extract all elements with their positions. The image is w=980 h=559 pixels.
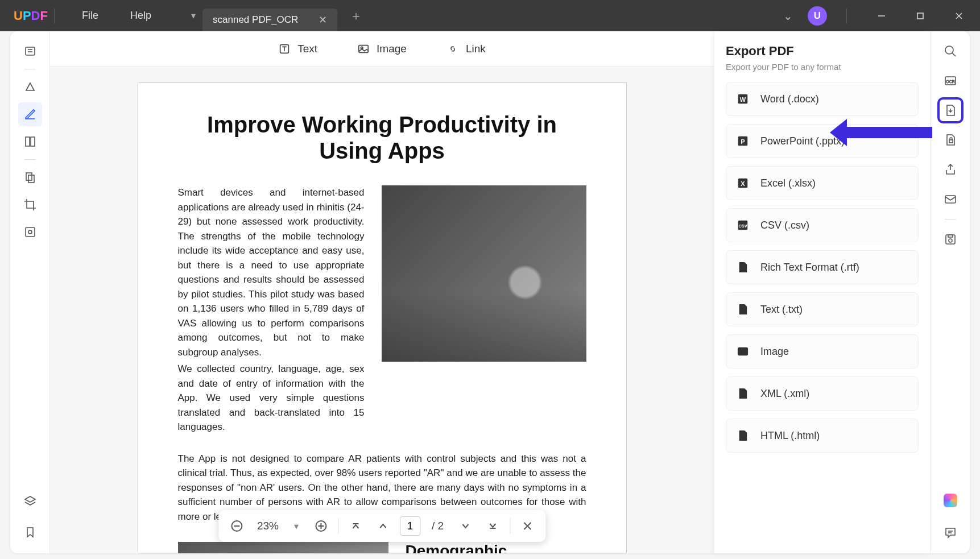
image-tool-label: Image <box>377 43 407 55</box>
last-page-button[interactable] <box>482 516 503 536</box>
text-tool-label: Text <box>297 43 317 55</box>
chevron-down-icon[interactable]: ⌄ <box>776 4 800 28</box>
separator <box>510 518 510 534</box>
export-html[interactable]: HHTML (.html) <box>726 419 919 453</box>
reader-mode-icon[interactable] <box>18 39 42 63</box>
tab-dropdown[interactable]: ▾ <box>184 6 202 26</box>
svg-rect-4 <box>26 47 35 55</box>
csv-icon: CSV <box>735 218 750 233</box>
tools-icon[interactable] <box>18 220 42 244</box>
export-title: Export PDF <box>726 44 919 59</box>
export-csv-label: CSV (.csv) <box>760 220 809 231</box>
export-image[interactable]: Image <box>726 334 919 368</box>
zoom-in-button[interactable] <box>311 516 331 536</box>
edit-text-icon[interactable] <box>18 102 42 126</box>
svg-rect-43 <box>945 196 956 203</box>
menu-file[interactable]: File <box>66 10 114 22</box>
doc-image-2 <box>178 542 388 553</box>
tab-active[interactable]: scanned PDF_OCR ✕ <box>202 9 337 31</box>
edit-toolbar: Text Image Link <box>50 31 714 67</box>
document-area: Text Image Link Improve Working Producti… <box>50 31 714 553</box>
export-powerpoint[interactable]: PPowerPoint (.pptx) <box>726 124 919 158</box>
zoom-value: 23% <box>254 520 282 532</box>
doc-heading-2: Demographic Characteristics <box>406 542 586 553</box>
comment-icon[interactable] <box>938 520 962 544</box>
export-rtf[interactable]: RTFRich Text Format (.rtf) <box>726 250 919 284</box>
doc-title: Improve Working Productivity in Using Ap… <box>178 111 586 164</box>
svg-point-13 <box>28 230 32 234</box>
prev-page-button[interactable] <box>373 516 393 536</box>
tabstrip: ▾ scanned PDF_OCR ✕ ＋ <box>184 0 362 31</box>
tab-add-button[interactable]: ＋ <box>350 7 362 24</box>
organize-pages-icon[interactable] <box>18 165 42 189</box>
layers-icon[interactable] <box>18 490 42 514</box>
separator <box>846 9 847 23</box>
export-rtf-label: Rich Text Format (.rtf) <box>760 262 859 274</box>
svg-rect-1 <box>917 13 923 19</box>
close-bar-button[interactable] <box>517 516 537 536</box>
export-html-label: HTML (.html) <box>760 430 820 442</box>
export-powerpoint-label: PowerPoint (.pptx) <box>760 135 845 147</box>
svg-text:OCR: OCR <box>946 80 955 84</box>
bookmark-icon[interactable] <box>18 520 42 544</box>
export-word[interactable]: WWord (.docx) <box>726 82 919 116</box>
titlebar: UPDF File Help ▾ scanned PDF_OCR ✕ ＋ ⌄ U <box>0 0 980 31</box>
tab-close-button[interactable]: ✕ <box>319 14 327 26</box>
separator <box>338 518 338 534</box>
ocr-icon[interactable]: OCR <box>938 69 962 93</box>
page-panel-icon[interactable] <box>18 130 42 154</box>
link-tool-label: Link <box>466 43 486 55</box>
export-csv[interactable]: CSVCSV (.csv) <box>726 208 919 242</box>
menu-help[interactable]: Help <box>114 10 167 22</box>
window-minimize-button[interactable] <box>866 4 897 28</box>
export-panel: Export PDF Export your PDF to any format… <box>714 31 930 553</box>
doc-paragraph-1b: We collected country, language, age, sex… <box>178 362 365 434</box>
image-icon <box>735 344 750 359</box>
crop-icon[interactable] <box>18 193 42 217</box>
svg-text:CSV: CSV <box>738 223 747 229</box>
ai-assistant-icon[interactable] <box>938 488 962 512</box>
image-tool-button[interactable]: Image <box>357 43 407 55</box>
search-icon[interactable] <box>938 39 962 63</box>
export-subtitle: Export your PDF to any format <box>726 62 919 72</box>
svg-rect-12 <box>26 227 35 237</box>
right-tool-rail: OCR <box>930 31 970 553</box>
zoom-out-button[interactable] <box>226 516 247 536</box>
next-page-button[interactable] <box>455 516 475 536</box>
save-icon[interactable] <box>938 227 962 251</box>
export-excel[interactable]: XExcel (.xlsx) <box>726 166 919 200</box>
svg-point-45 <box>949 239 952 242</box>
app-logo: UPDF <box>0 9 43 23</box>
svg-rect-42 <box>949 140 953 143</box>
link-tool-button[interactable]: Link <box>446 43 486 55</box>
first-page-button[interactable] <box>345 516 366 536</box>
separator <box>24 159 36 160</box>
xml-icon <box>735 386 750 401</box>
share-icon[interactable] <box>938 158 962 181</box>
html-icon: H <box>735 428 750 443</box>
highlight-icon[interactable] <box>18 75 42 99</box>
tab-title: scanned PDF_OCR <box>213 14 298 26</box>
email-icon[interactable] <box>938 187 962 211</box>
separator <box>24 69 36 69</box>
zoom-dropdown[interactable]: ▾ <box>289 521 304 532</box>
svg-rect-9 <box>31 137 35 146</box>
page-number-input[interactable] <box>400 516 420 536</box>
pdf-page: Improve Working Productivity in Using Ap… <box>138 82 627 553</box>
export-txt-label: Text (.txt) <box>760 304 803 316</box>
export-xml-label: XML (.xml) <box>760 388 809 400</box>
export-pdf-icon[interactable] <box>938 98 962 122</box>
powerpoint-icon: P <box>735 134 750 148</box>
user-avatar[interactable]: U <box>808 6 827 26</box>
export-txt[interactable]: Text (.txt) <box>726 292 919 326</box>
svg-text:RTF: RTF <box>739 267 746 271</box>
window-maximize-button[interactable] <box>905 4 936 28</box>
main-frame: Text Image Link Improve Working Producti… <box>10 31 970 553</box>
protect-icon[interactable] <box>938 128 962 152</box>
doc-image-1 <box>382 185 586 362</box>
page-viewport[interactable]: Improve Working Productivity in Using Ap… <box>50 67 714 553</box>
text-tool-button[interactable]: Text <box>278 43 317 55</box>
svg-line-39 <box>952 53 956 56</box>
export-xml[interactable]: XML (.xml) <box>726 376 919 411</box>
window-close-button[interactable] <box>944 4 974 28</box>
